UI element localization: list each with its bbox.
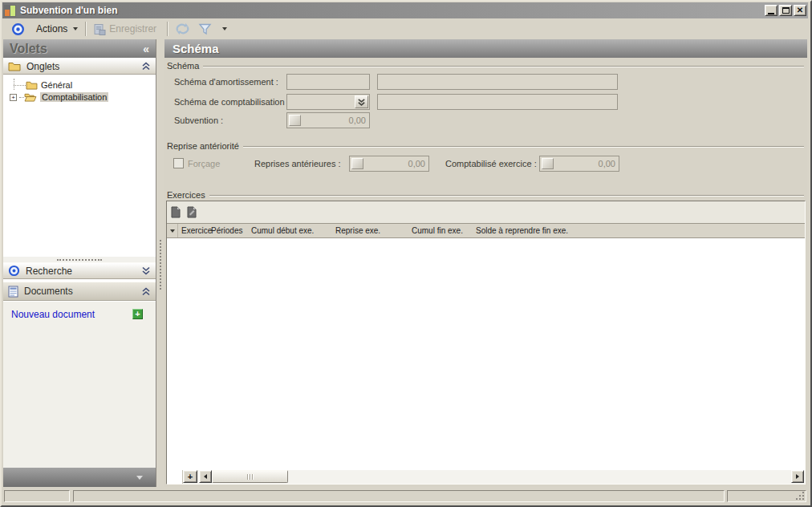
toolbar-separator [167,22,168,36]
toolbar-dropdown-button[interactable] [216,20,231,38]
sidebar-bottom-bar[interactable] [3,468,156,487]
reprises-value: 0,00 [408,159,425,168]
grid-scroll-row: + [167,470,805,484]
column-header-solde[interactable]: Solde à reprendre fin exe. [476,226,568,235]
grid-toolbar [167,201,805,223]
maximize-button[interactable] [779,5,792,16]
caret-down-icon [73,27,78,30]
page-title: Schéma [164,42,219,55]
column-header-reprise[interactable]: Reprise exe. [335,226,380,235]
save-button: Enregistrer [89,20,164,38]
scroll-right-button[interactable] [791,470,804,483]
tree-item-general[interactable]: Général [3,79,156,91]
forcage-label: Forçage [188,159,220,168]
page-header: Schéma [164,39,807,58]
chevron-up-double-icon[interactable] [141,62,151,71]
row-selector-header[interactable] [167,224,178,237]
reprises-label: Reprises antérieures : [254,159,341,168]
arrow-left-icon [204,474,207,479]
arrow-right-icon [796,474,799,479]
main-panel: Schéma Schéma Schéma d'amortissement : S… [164,39,807,487]
folder-closed-icon [26,80,38,90]
new-document-link[interactable]: Nouveau document [11,309,95,320]
group-reprise: Reprise antériorité [167,141,804,151]
calculator-button [542,158,554,169]
sidebar-title: Volets [3,42,143,56]
application-window: Subvention d'un bien ✕ Actions [0,0,812,507]
panel-header-recherche[interactable]: Recherche [3,262,156,279]
scrollbar-thumb[interactable] [212,470,288,483]
refresh-button[interactable] [171,20,194,38]
caret-down-icon [222,27,227,30]
minimize-button[interactable] [765,5,777,16]
folder-icon [8,61,21,71]
collapse-sidebar-button[interactable]: « [143,43,156,55]
status-bar [2,489,810,504]
actions-button[interactable]: Actions [29,20,82,38]
group-divider [243,146,804,148]
exercices-grid: Exercice Périodes Cumul début exe. Repri… [166,201,806,485]
filter-button[interactable] [194,20,216,38]
subvention-field: 0,00 [286,112,370,128]
caret-down-icon [170,229,175,233]
refresh-icon [175,22,190,35]
expand-plus-icon[interactable]: + [10,94,17,101]
scroll-left-button[interactable] [199,470,212,483]
panel-label-onglets: Onglets [26,61,141,72]
close-button[interactable]: ✕ [794,5,806,16]
calculator-button [351,158,363,169]
reprises-field: 0,00 [349,156,429,172]
group-label-exercices: Exercices [167,190,209,200]
sidebar-volets: Volets « Onglets [3,39,156,487]
group-divider [209,195,804,197]
title-bar[interactable]: Subvention d'un bien ✕ [2,2,808,18]
panel-label-recherche: Recherche [26,266,141,277]
app-icon [4,5,16,17]
status-panel-left [4,490,70,502]
add-document-button[interactable]: + [132,309,143,319]
chevron-down-double-icon [357,98,366,107]
save-label: Enregistrer [109,23,156,34]
chevron-up-double-icon[interactable] [141,287,151,296]
column-header-periodes[interactable]: Périodes [211,226,242,235]
grid-body-empty [167,238,805,470]
comptabilisation-label: Schéma de comptabilisation : [174,97,290,107]
amortissement-label: Schéma d'amortissement : [174,77,278,87]
comptabilise-field: 0,00 [539,156,619,172]
subvention-value: 0,00 [349,116,366,125]
tree-item-comptabilisation[interactable]: + Comptabilisation [3,91,156,103]
bullseye-icon [8,265,20,277]
sidebar-splitter[interactable] [156,39,164,487]
forcage-checkbox [173,158,184,168]
column-header-cumul-fin[interactable]: Cumul fin exe. [412,226,463,235]
column-header-cumul-debut[interactable]: Cumul début exe. [251,226,314,235]
column-header-exercice[interactable]: Exercice [181,226,212,235]
filter-icon [198,23,212,35]
document-edit-icon [187,206,197,218]
status-panel-main [73,490,725,502]
toolbar-separator [85,22,86,36]
grid-document-button [169,205,181,220]
amortissement-name-field [377,74,618,90]
panel-header-documents[interactable]: Documents [3,282,156,301]
bullseye-icon [7,20,29,38]
actions-label: Actions [36,23,67,34]
resize-grip[interactable] [802,498,804,500]
tree-item-label: Général [41,80,72,90]
group-label-schema: Schéma [167,61,203,71]
sidebar-header: Volets « [3,39,156,58]
comptabilise-value: 0,00 [599,159,615,168]
folder-open-icon [24,92,37,102]
sidebar-horizontal-splitter[interactable] [3,257,156,262]
documents-panel-content: Nouveau document + [3,302,156,468]
chevron-down-double-icon[interactable] [141,266,151,275]
add-row-button[interactable]: + [183,470,197,483]
group-divider [203,66,804,67]
panel-header-onglets[interactable]: Onglets [3,58,156,75]
splitter-grip [160,240,161,290]
subvention-label: Subvention : [174,116,223,125]
grid-document-edit-button [185,205,197,220]
save-icon [93,23,106,35]
combo-dropdown-button[interactable] [355,95,368,108]
document-icon [8,286,18,298]
